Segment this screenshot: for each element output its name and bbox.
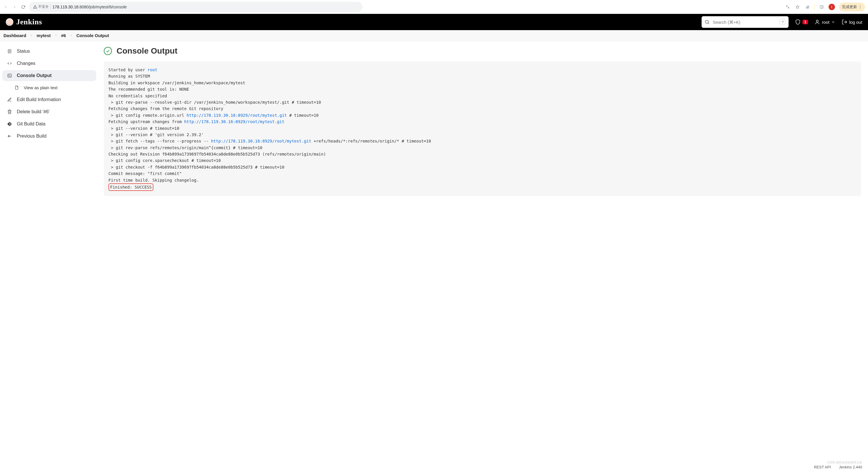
svg-point-5 bbox=[860, 5, 861, 6]
panel-icon[interactable] bbox=[819, 4, 825, 10]
jenkins-brand: Jenkins bbox=[16, 18, 42, 26]
complete-update-button[interactable]: 完成更新 bbox=[839, 3, 865, 11]
console-link[interactable]: http://178.119.30.16:8929/root/mytest.gi… bbox=[184, 119, 284, 124]
insecure-label: 不安全 bbox=[38, 4, 49, 9]
sidebar-item-label: Status bbox=[17, 49, 30, 54]
extensions-icon[interactable] bbox=[805, 4, 810, 10]
git-icon bbox=[6, 122, 13, 126]
security-alerts[interactable]: 1 bbox=[795, 19, 808, 25]
browser-reload-button[interactable] bbox=[20, 4, 26, 10]
doc-icon bbox=[13, 86, 20, 90]
insecure-badge: 不安全 bbox=[33, 4, 49, 9]
sidebar-item-previous-build[interactable]: Previous Build bbox=[2, 131, 96, 142]
status-icon bbox=[6, 49, 13, 54]
url-text: 178.119.30.16:8080/job/mytest/6/console bbox=[53, 5, 127, 9]
finished-highlight: Finished: SUCCESS bbox=[108, 183, 153, 191]
sidebar-item-delete-build-6-[interactable]: Delete build '#6' bbox=[2, 106, 96, 117]
edit-icon bbox=[6, 97, 13, 102]
console-user-link[interactable]: root bbox=[148, 67, 157, 72]
bookmark-star-icon[interactable] bbox=[795, 4, 801, 10]
logout-icon bbox=[842, 19, 847, 25]
chevron-right-icon bbox=[30, 33, 33, 38]
logout-label: log out bbox=[849, 20, 862, 25]
trash-icon bbox=[6, 109, 13, 114]
translate-icon[interactable] bbox=[785, 4, 790, 10]
svg-point-8 bbox=[705, 20, 709, 24]
chevron-right-icon bbox=[69, 33, 73, 38]
page-title: Console Output bbox=[117, 46, 178, 56]
sidebar-item-label: Git Build Data bbox=[17, 122, 45, 127]
search-icon bbox=[705, 20, 710, 25]
browser-back-button[interactable] bbox=[3, 4, 9, 10]
separator bbox=[814, 4, 815, 10]
sidebar-item-label: View as plain text bbox=[24, 85, 57, 90]
svg-point-1 bbox=[35, 7, 35, 8]
svg-point-6 bbox=[860, 7, 861, 7]
sidebar-item-label: Edit Build Information bbox=[17, 97, 61, 102]
user-icon bbox=[814, 19, 820, 25]
user-menu[interactable]: root bbox=[814, 19, 835, 25]
sidebar-item-label: Changes bbox=[17, 61, 35, 66]
back-icon bbox=[6, 134, 13, 138]
breadcrumb-item[interactable]: #6 bbox=[61, 33, 66, 38]
shield-icon bbox=[795, 19, 801, 25]
sidebar-item-label: Previous Build bbox=[17, 134, 46, 139]
main-content: Console Output Started by user root Runn… bbox=[99, 41, 868, 208]
sidebar-item-label: Console Output bbox=[17, 73, 52, 78]
chevron-right-icon bbox=[54, 33, 58, 38]
svg-point-10 bbox=[816, 20, 818, 22]
sidebar-item-console-output[interactable]: Console Output bbox=[2, 70, 96, 81]
sidebar-item-label: Delete build '#6' bbox=[17, 109, 50, 114]
browser-forward-button[interactable] bbox=[11, 4, 18, 10]
logout-button[interactable]: log out bbox=[842, 19, 862, 25]
url-bar[interactable]: 不安全 178.119.30.16:8080/job/mytest/6/cons… bbox=[29, 2, 362, 12]
breadcrumb-item[interactable]: Console Output bbox=[76, 33, 109, 38]
console-icon bbox=[6, 73, 13, 78]
sidebar-item-edit-build-information[interactable]: Edit Build Information bbox=[2, 94, 96, 105]
sidebar-item-status[interactable]: Status bbox=[2, 46, 96, 57]
search-input[interactable] bbox=[713, 20, 776, 25]
console-link[interactable]: http://178.119.30.16:8929/root/mytest.gi… bbox=[211, 139, 311, 143]
svg-rect-3 bbox=[820, 5, 824, 8]
changes-icon bbox=[6, 61, 13, 66]
jenkins-logo[interactable]: Jenkins bbox=[6, 18, 42, 26]
sidebar-item-view-as-plain-text[interactable]: View as plain text bbox=[2, 82, 96, 93]
browser-toolbar: 不安全 178.119.30.16:8080/job/mytest/6/cons… bbox=[0, 0, 868, 14]
sidebar: StatusChangesConsole OutputView as plain… bbox=[0, 41, 99, 208]
breadcrumb-item[interactable]: Dashboard bbox=[3, 33, 26, 38]
chevron-down-icon bbox=[831, 20, 835, 24]
search-help-icon[interactable]: ? bbox=[779, 19, 786, 25]
breadcrumb-item[interactable]: mytest bbox=[36, 33, 51, 38]
user-name: root bbox=[822, 20, 830, 25]
search-box[interactable]: ? bbox=[702, 16, 788, 28]
profile-avatar[interactable]: t bbox=[829, 4, 835, 10]
jenkins-face-icon bbox=[6, 18, 13, 26]
sidebar-item-changes[interactable]: Changes bbox=[2, 58, 96, 69]
console-output: Started by user root Running as SYSTEM B… bbox=[104, 61, 861, 196]
svg-point-7 bbox=[860, 8, 861, 8]
page-heading: Console Output bbox=[104, 46, 861, 56]
success-check-icon bbox=[104, 47, 112, 55]
jenkins-header: Jenkins ? 1 root log out bbox=[0, 14, 868, 30]
svg-line-9 bbox=[708, 23, 709, 24]
svg-marker-2 bbox=[796, 5, 799, 8]
console-link[interactable]: http://178.119.30.16:8929/root/mytest.gi… bbox=[187, 113, 287, 117]
breadcrumb: Dashboardmytest#6Console Output bbox=[0, 30, 868, 41]
alert-count-badge: 1 bbox=[803, 20, 808, 24]
sidebar-item-git-build-data[interactable]: Git Build Data bbox=[2, 119, 96, 130]
